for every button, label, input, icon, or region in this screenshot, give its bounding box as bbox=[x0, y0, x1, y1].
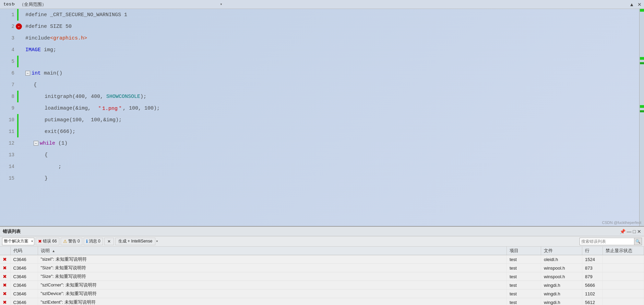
line-num-9: 9 bbox=[0, 102, 17, 114]
error-count-badge[interactable]: ✖ 错误 66 bbox=[36, 238, 59, 245]
warning-count-label: 警告 0 bbox=[68, 238, 80, 244]
th-desc-label: 说明 bbox=[41, 248, 50, 253]
line-row-14: 14 bbox=[0, 161, 24, 172]
row-project: test bbox=[507, 298, 541, 305]
code-line-5 bbox=[24, 56, 639, 67]
line-num-11: 11 bbox=[0, 126, 17, 137]
scope-dropdown-arrow: ▼ bbox=[220, 3, 222, 6]
th-line[interactable]: 行 bbox=[582, 247, 603, 255]
scope-dropdown-wrapper[interactable]: （全局范围） ▼ bbox=[17, 1, 223, 8]
search-error-box: 🔍 bbox=[580, 238, 642, 245]
warning-icon: ⚠ bbox=[63, 239, 67, 244]
line-row-8: 8 bbox=[0, 91, 24, 102]
message-count-badge[interactable]: ℹ 消息 0 bbox=[84, 238, 103, 245]
row-icon-cell: ✖ bbox=[0, 255, 10, 264]
line-indicator-3 bbox=[17, 32, 21, 44]
maximize-btn[interactable]: ▲ bbox=[628, 1, 635, 8]
scope-label: （全局范围） bbox=[17, 1, 48, 8]
line-row-11: 11 bbox=[0, 126, 24, 137]
code-token: } bbox=[25, 176, 48, 181]
app-root: test ▼ （全局范围） ▼ ▲ ✕ 1 bbox=[0, 0, 644, 305]
table-row[interactable]: ✖ C3646 "szlExtent": 未知重写说明符 test wingdi… bbox=[0, 298, 644, 305]
table-row[interactable]: ✖ C3646 "szlDevice": 未知重写说明符 test wingdi… bbox=[0, 290, 644, 298]
table-row[interactable]: ✖ C3646 "Size": 未知重写说明符 test winspool.h … bbox=[0, 272, 644, 281]
line-indicator-1 bbox=[17, 9, 21, 21]
panel-controls: 📌 — □ ✕ bbox=[620, 229, 641, 234]
row-error-icon: ✖ bbox=[3, 282, 7, 288]
row-icon-cell: ✖ bbox=[0, 281, 10, 290]
code-token: SHOWCONSOLE bbox=[106, 94, 140, 100]
warning-count-badge[interactable]: ⚠ 警告 0 bbox=[61, 238, 82, 245]
message-count-label: 消息 0 bbox=[89, 238, 100, 244]
error-panel: 错误列表 📌 — □ ✕ 整个解决方案 ▼ ✖ 错误 66 bbox=[0, 226, 644, 305]
generate-btn[interactable]: 生成 + IntelliSense bbox=[115, 238, 156, 245]
editor-area[interactable]: 1 2 3 bbox=[0, 9, 644, 226]
line-row-2: 2 bbox=[0, 21, 24, 32]
row-file: wingdi.h bbox=[541, 298, 582, 305]
error-table-wrapper[interactable]: 代码 说明 ▲ 项目 文件 bbox=[0, 247, 644, 305]
panel-max-btn[interactable]: □ bbox=[633, 229, 636, 234]
search-error-input[interactable] bbox=[580, 238, 634, 245]
code-line-10: putimage(100, 100,&img); bbox=[24, 114, 639, 126]
green-bar-5 bbox=[17, 56, 19, 67]
collapse-btn-12[interactable]: − bbox=[34, 141, 38, 146]
code-token: (1) bbox=[55, 140, 68, 146]
row-desc: "szlCorner": 未知重写说明符 bbox=[38, 281, 507, 290]
code-token: SIZE 50 bbox=[50, 24, 72, 30]
table-row[interactable]: ✖ C3646 "sizeI": 未知重写说明符 test oleidl.h 1… bbox=[0, 255, 644, 264]
clear-filter-btn[interactable]: ✕ bbox=[104, 238, 114, 245]
scope-dropdown[interactable]: 整个解决方案 ▼ bbox=[2, 238, 34, 245]
table-row[interactable]: ✖ C3646 "szlCorner": 未知重写说明符 test wingdi… bbox=[0, 281, 644, 290]
code-token: #include bbox=[25, 35, 50, 41]
error-panel-title: 错误列表 bbox=[3, 228, 21, 235]
search-error-btn[interactable]: 🔍 bbox=[634, 238, 642, 245]
error-toolbar: 整个解决方案 ▼ ✖ 错误 66 ⚠ 警告 0 ℹ 消息 0 ✕ 生成 bbox=[0, 236, 644, 247]
code-line-6: − int main() bbox=[24, 67, 639, 79]
row-project: test bbox=[507, 272, 541, 281]
th-code[interactable]: 代码 bbox=[10, 247, 38, 255]
panel-min-btn[interactable]: — bbox=[627, 229, 632, 234]
file-dropdown-wrapper[interactable]: test ▼ bbox=[1, 2, 16, 7]
right-scrollbar[interactable] bbox=[639, 9, 644, 226]
code-token: int bbox=[32, 70, 41, 76]
row-line: 5612 bbox=[582, 298, 603, 305]
code-token: #define bbox=[25, 12, 50, 18]
line-row-13: 13 bbox=[0, 149, 24, 161]
line-row-4: 4 bbox=[0, 44, 24, 56]
row-line: 873 bbox=[582, 264, 603, 272]
panel-pin-btn[interactable]: 📌 bbox=[620, 229, 625, 234]
row-line: 5666 bbox=[582, 281, 603, 290]
line-row-7: 7 bbox=[0, 79, 24, 91]
code-column[interactable]: #define _CRT_SECURE_NO_WARNINGS 1 #defin… bbox=[24, 9, 639, 226]
line-row-6: 6 bbox=[0, 67, 24, 79]
panel-close-btn[interactable]: ✕ bbox=[637, 229, 641, 234]
code-token: , 100, 100); bbox=[123, 105, 160, 111]
row-file: winspool.h bbox=[541, 272, 582, 281]
line-num-12: 12 bbox=[0, 137, 17, 149]
row-icon-cell: ✖ bbox=[0, 264, 10, 272]
th-suppress[interactable]: 禁止显示状态 bbox=[603, 247, 644, 255]
line-num-10: 10 bbox=[0, 114, 17, 126]
generate-dropdown[interactable]: 生成 + IntelliSense ▼ bbox=[115, 238, 158, 245]
code-line-9: loadimage(&img, ＂1.png＂, 100, 100); bbox=[24, 102, 639, 114]
breakpoint-2[interactable] bbox=[16, 23, 22, 30]
code-line-2: #define SIZE 50 bbox=[24, 21, 639, 32]
error-panel-header: 错误列表 📌 — □ ✕ bbox=[0, 227, 644, 236]
th-line-label: 行 bbox=[585, 248, 589, 253]
row-project: test bbox=[507, 281, 541, 290]
generate-arrow: ▼ bbox=[156, 240, 158, 243]
th-file[interactable]: 文件 bbox=[541, 247, 582, 255]
collapse-btn-6[interactable]: − bbox=[25, 71, 30, 76]
row-file: wingdi.h bbox=[541, 281, 582, 290]
th-project[interactable]: 项目 bbox=[507, 247, 541, 255]
row-file: oleidl.h bbox=[541, 255, 582, 264]
green-bar-8 bbox=[17, 91, 19, 102]
close-editor-btn[interactable]: ✕ bbox=[636, 1, 643, 8]
table-row[interactable]: ✖ C3646 "Size": 未知重写说明符 test winspool.h … bbox=[0, 264, 644, 272]
green-bar-10 bbox=[17, 114, 19, 126]
code-line-14: ; bbox=[24, 161, 639, 172]
th-desc[interactable]: 说明 ▲ bbox=[38, 247, 507, 255]
line-num-5: 5 bbox=[0, 56, 17, 67]
editor-container: 1 2 3 bbox=[0, 9, 644, 305]
line-num-3: 3 bbox=[0, 32, 17, 44]
